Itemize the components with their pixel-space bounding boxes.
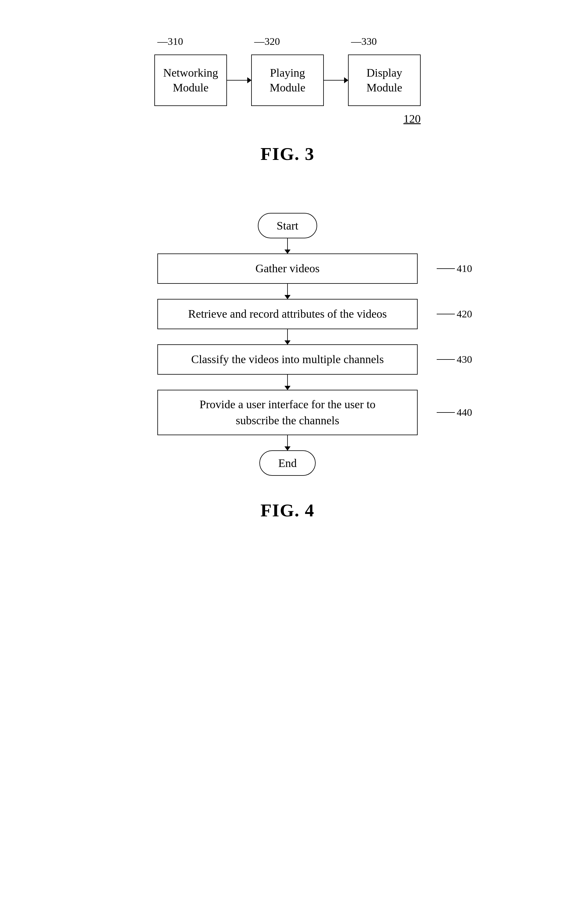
label-320: —320 bbox=[254, 36, 280, 47]
step-430-wrapper: Classify the videos into multiple channe… bbox=[151, 344, 424, 374]
ref-120: 120 bbox=[154, 112, 421, 125]
label-410: 410 bbox=[437, 263, 472, 274]
label-440: 440 bbox=[437, 407, 472, 418]
page: —310 NetworkingModule —320 PlayingModule bbox=[0, 0, 575, 924]
label-330: —330 bbox=[351, 36, 377, 47]
display-module-box: DisplayModule bbox=[348, 54, 421, 106]
arrow-start-to-410 bbox=[287, 238, 288, 253]
step-430-box: Classify the videos into multiple channe… bbox=[157, 344, 418, 374]
label-420: 420 bbox=[437, 308, 472, 320]
step-440-wrapper: Provide a user interface for the user to… bbox=[151, 390, 424, 435]
playing-module-box: PlayingModule bbox=[251, 54, 324, 106]
arrow-410-to-420 bbox=[287, 284, 288, 299]
step-440-text: Provide a user interface for the user to… bbox=[199, 397, 375, 429]
fig4-caption: FIG. 4 bbox=[260, 500, 315, 521]
fig4-section: Start Gather videos 410 Retrieve and rec bbox=[0, 213, 575, 521]
fig3-diagram: —310 NetworkingModule —320 PlayingModule bbox=[154, 54, 421, 106]
fig3-caption: FIG. 3 bbox=[260, 143, 315, 164]
display-module-label: DisplayModule bbox=[367, 65, 402, 96]
flowchart: Start Gather videos 410 Retrieve and rec bbox=[151, 213, 424, 476]
fig3-section: —310 NetworkingModule —320 PlayingModule bbox=[0, 24, 575, 164]
connector-1 bbox=[227, 80, 251, 81]
arrow-430-to-440 bbox=[287, 374, 288, 390]
label-430: 430 bbox=[437, 354, 472, 365]
step-410-wrapper: Gather videos 410 bbox=[151, 253, 424, 284]
step-440-box: Provide a user interface for the user to… bbox=[157, 390, 418, 435]
networking-module-box: NetworkingModule bbox=[154, 54, 227, 106]
playing-module-label: PlayingModule bbox=[270, 65, 305, 96]
step-410-box: Gather videos bbox=[157, 253, 418, 284]
connector-2 bbox=[324, 80, 348, 81]
step-420-wrapper: Retrieve and record attributes of the vi… bbox=[151, 299, 424, 329]
arrow-420-to-430 bbox=[287, 329, 288, 344]
arrow-440-to-end bbox=[287, 435, 288, 450]
networking-module-label: NetworkingModule bbox=[163, 65, 218, 96]
label-310: —310 bbox=[157, 36, 183, 47]
end-oval: End bbox=[259, 450, 315, 476]
step-420-box: Retrieve and record attributes of the vi… bbox=[157, 299, 418, 329]
start-oval: Start bbox=[258, 213, 317, 238]
